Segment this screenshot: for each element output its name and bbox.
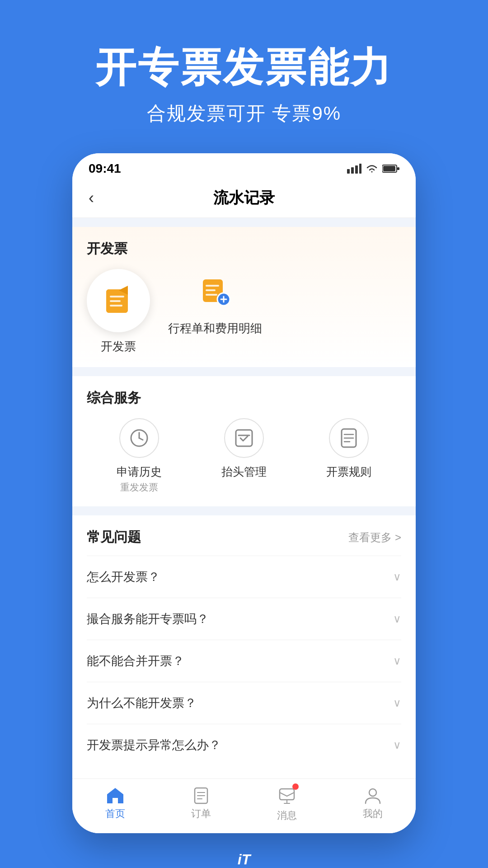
svg-rect-0 — [347, 169, 350, 174]
svg-rect-9 — [110, 296, 124, 297]
service-sublabel-history: 重发发票 — [120, 481, 158, 494]
tab-orders-label: 订单 — [191, 807, 211, 821]
invoice-item-detail[interactable]: 行程单和费用明细 — [168, 269, 262, 336]
faq-question-3: 为什么不能开发票？ — [87, 695, 197, 711]
svg-point-38 — [369, 789, 376, 796]
service-card: 综合服务 申请历史 重发发票 — [72, 376, 416, 506]
signal-icon — [347, 164, 361, 174]
faq-chevron-4: ∨ — [393, 739, 401, 751]
phone-frame: 09:41 — [72, 153, 416, 833]
faq-item-3[interactable]: 为什么不能开发票？ ∨ — [87, 682, 401, 724]
service-item-rules[interactable]: 开票规则 — [296, 418, 401, 479]
history-icon-wrap — [119, 418, 159, 458]
faq-title: 常见问题 — [87, 528, 141, 547]
tab-home[interactable]: 首页 — [72, 786, 158, 822]
faq-header: 常见问题 查看更多 > — [87, 528, 401, 547]
header-mgmt-icon — [233, 427, 255, 449]
hero-title: 开专票发票能力 — [27, 45, 461, 90]
home-icon — [105, 786, 125, 804]
tab-orders[interactable]: 订单 — [158, 786, 244, 822]
hero-section: 开专票发票能力 合规发票可开 专票9% — [0, 0, 488, 153]
hero-subtitle: 合规发票可开 专票9% — [27, 101, 461, 126]
tab-messages[interactable]: 消息 — [244, 786, 330, 822]
svg-rect-14 — [206, 285, 219, 287]
svg-line-22 — [139, 438, 143, 440]
svg-rect-1 — [351, 167, 354, 174]
faq-section: 常见问题 查看更多 > 怎么开发票？ ∨ 撮合服务能开专票吗？ ∨ 能不能合并开… — [72, 515, 416, 778]
svg-rect-23 — [236, 430, 252, 446]
messages-badge — [292, 783, 299, 790]
back-button[interactable]: ‹ — [89, 189, 94, 208]
phone-wrapper: 09:41 — [0, 153, 488, 833]
invoice-section-title: 开发票 — [87, 240, 401, 258]
service-label-history: 申请历史 — [117, 464, 162, 479]
service-label-rules: 开票规则 — [326, 464, 371, 479]
status-icons — [347, 164, 399, 174]
faq-item-4[interactable]: 开发票提示异常怎么办？ ∨ — [87, 724, 401, 766]
invoice-item-open[interactable]: 开发票 — [87, 269, 150, 354]
svg-rect-15 — [206, 289, 216, 291]
header-icon-wrap — [224, 418, 264, 458]
service-section-title: 综合服务 — [87, 389, 401, 407]
svg-rect-33 — [280, 789, 294, 800]
svg-rect-6 — [383, 166, 395, 171]
tab-profile[interactable]: 我的 — [330, 786, 416, 822]
profile-icon — [364, 786, 382, 804]
faq-chevron-3: ∨ — [393, 697, 401, 709]
service-item-history[interactable]: 申请历史 重发发票 — [87, 418, 192, 494]
faq-chevron-2: ∨ — [393, 655, 401, 667]
invoice-detail-icon-wrap — [192, 269, 238, 314]
tab-bar: 首页 订单 — [72, 778, 416, 833]
faq-question-1: 撮合服务能开专票吗？ — [87, 611, 209, 627]
svg-line-35 — [287, 793, 294, 796]
invoice-card: 开发票 — [72, 227, 416, 367]
faq-chevron-1: ∨ — [393, 613, 401, 625]
nav-bar: ‹ 流水记录 — [72, 180, 416, 218]
tab-profile-label: 我的 — [363, 807, 383, 821]
svg-line-34 — [280, 793, 287, 796]
faq-question-0: 怎么开发票？ — [87, 569, 160, 585]
faq-question-4: 开发票提示异常怎么办？ — [87, 737, 221, 753]
svg-rect-11 — [110, 305, 122, 307]
rules-icon-wrap — [329, 418, 369, 458]
history-icon — [128, 427, 150, 449]
service-row: 申请历史 重发发票 抬头管理 — [87, 418, 401, 494]
battery-icon — [382, 164, 399, 173]
faq-more-link[interactable]: 查看更多 > — [348, 530, 401, 545]
nav-title: 流水记录 — [213, 188, 275, 208]
service-item-header[interactable]: 抬头管理 — [192, 418, 296, 479]
tab-home-label: 首页 — [105, 807, 125, 821]
tab-messages-label: 消息 — [277, 809, 297, 822]
open-invoice-icon — [103, 285, 134, 316]
faq-item-2[interactable]: 能不能合并开票？ ∨ — [87, 640, 401, 682]
faq-item-0[interactable]: 怎么开发票？ ∨ — [87, 556, 401, 598]
wifi-icon — [365, 164, 379, 174]
invoice-open-label: 开发票 — [101, 339, 136, 354]
service-label-header: 抬头管理 — [221, 464, 267, 479]
orders-icon — [192, 786, 210, 804]
content-area: 开发票 — [72, 227, 416, 833]
messages-icon-wrap — [278, 786, 296, 806]
invoice-open-icon-circle — [87, 269, 150, 332]
svg-rect-10 — [110, 300, 121, 302]
faq-chevron-0: ∨ — [393, 571, 401, 583]
faq-question-2: 能不能合并开票？ — [87, 653, 184, 669]
invoice-detail-label: 行程单和费用明细 — [168, 321, 262, 336]
status-bar: 09:41 — [72, 153, 416, 180]
bottom-label: iT — [0, 833, 488, 868]
svg-rect-3 — [359, 164, 361, 174]
svg-rect-5 — [397, 167, 399, 170]
rules-icon — [338, 427, 360, 449]
invoice-icons-row: 开发票 — [87, 269, 401, 354]
svg-rect-2 — [355, 165, 358, 174]
status-time: 09:41 — [89, 161, 121, 176]
invoice-detail-icon — [199, 276, 231, 307]
svg-rect-16 — [206, 294, 217, 296]
faq-item-1[interactable]: 撮合服务能开专票吗？ ∨ — [87, 598, 401, 640]
